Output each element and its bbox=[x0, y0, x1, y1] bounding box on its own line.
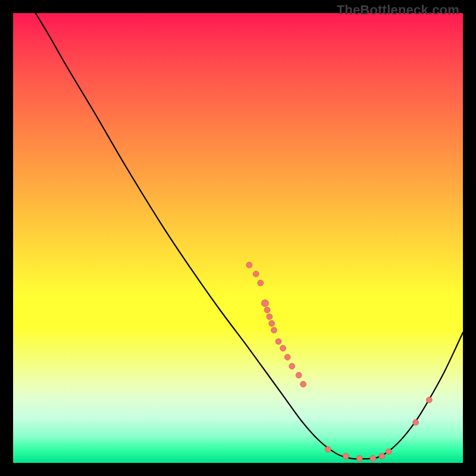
data-point bbox=[289, 364, 295, 369]
data-point bbox=[275, 339, 281, 345]
plot-svg bbox=[13, 13, 463, 463]
data-point bbox=[271, 327, 277, 333]
data-point bbox=[261, 300, 268, 307]
chart-frame: TheBottleneck.com bbox=[0, 0, 476, 476]
source-attribution: TheBottleneck.com bbox=[337, 2, 459, 18]
data-point bbox=[258, 280, 264, 286]
data-point bbox=[264, 307, 270, 313]
data-point bbox=[386, 449, 392, 455]
data-point bbox=[370, 455, 376, 461]
data-point bbox=[280, 345, 286, 351]
data-point bbox=[296, 372, 302, 378]
data-point bbox=[300, 381, 306, 387]
data-point bbox=[284, 354, 290, 360]
data-point bbox=[253, 271, 259, 277]
plot-area bbox=[13, 13, 463, 463]
data-point bbox=[379, 453, 385, 459]
data-point bbox=[356, 455, 362, 461]
data-point-group bbox=[246, 262, 432, 461]
data-point bbox=[426, 397, 432, 403]
data-point bbox=[246, 262, 252, 268]
data-point bbox=[269, 321, 275, 327]
data-point bbox=[267, 314, 273, 320]
bottleneck-curve bbox=[36, 13, 463, 459]
data-point bbox=[325, 446, 331, 452]
data-point bbox=[343, 453, 349, 459]
data-point bbox=[413, 419, 419, 425]
